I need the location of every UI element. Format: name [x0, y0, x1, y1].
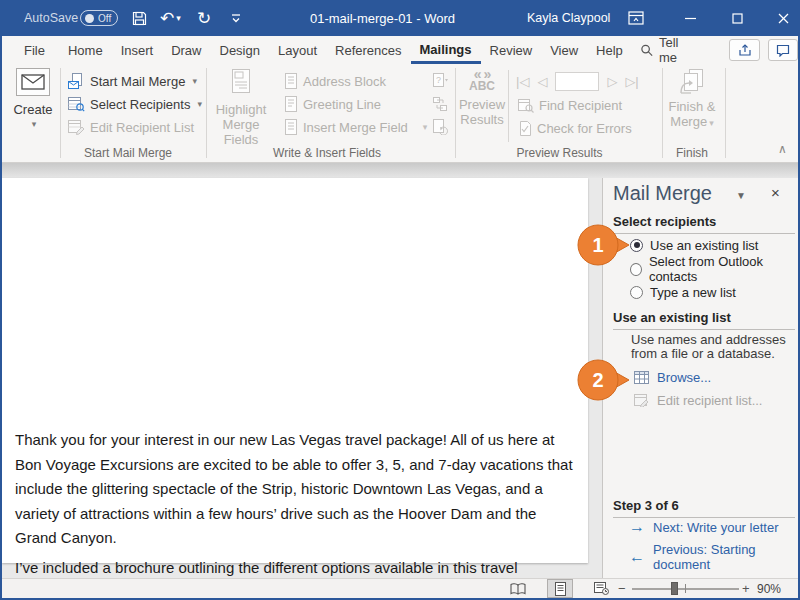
start-mail-merge-button[interactable]: Start Mail Merge▾	[68, 70, 197, 92]
ribbon-mailings: Create ▾ Start Mail Merge▾ Select Recipi…	[2, 64, 798, 163]
update-labels-icon	[432, 119, 448, 135]
zoom-in-button[interactable]: +	[742, 581, 750, 596]
next-step-link[interactable]: → Next: Write your letter	[629, 518, 778, 536]
find-recipient-button: Find Recipient	[518, 94, 622, 116]
comments-button[interactable]	[768, 39, 798, 61]
previous-record-icon: ◁	[537, 74, 547, 89]
rules-button: ?	[432, 70, 448, 92]
callout-badge-2: 2	[577, 357, 631, 403]
edit-recipient-list-link: Edit recipient list...	[634, 393, 763, 408]
zoom-slider-thumb[interactable]	[671, 582, 678, 595]
tab-home[interactable]: Home	[59, 37, 112, 64]
create-envelopes-button[interactable]: Create ▾	[11, 68, 55, 132]
group-label-write-insert-fields: Write & Insert Fields	[252, 146, 402, 160]
read-mode-button[interactable]	[505, 579, 531, 598]
find-recipient-icon	[518, 98, 534, 113]
tab-layout[interactable]: Layout	[269, 37, 326, 64]
save-icon[interactable]	[131, 0, 148, 36]
tab-references[interactable]: References	[326, 37, 410, 64]
ribbon-display-options-icon[interactable]	[628, 0, 644, 36]
next-arrow-icon: →	[629, 518, 645, 536]
pane-title: Mail Merge	[613, 182, 712, 205]
document-paragraph: Thank you for your interest in our new L…	[15, 428, 582, 551]
select-recipients-button[interactable]: Select Recipients▾	[68, 93, 202, 115]
preview-results-button: « » ABC Preview Results	[460, 69, 504, 127]
radio-button-selected[interactable]	[630, 239, 643, 252]
document-top-margin-strip	[2, 163, 798, 178]
finish-merge-icon	[679, 69, 705, 97]
match-fields-button	[432, 93, 448, 115]
tab-help[interactable]: Help	[587, 37, 632, 64]
radio-button[interactable]	[630, 286, 643, 299]
tab-design[interactable]: Design	[211, 37, 269, 64]
tell-me-search[interactable]: Tell me	[632, 36, 706, 64]
maximize-button[interactable]	[720, 0, 754, 36]
highlight-merge-fields-icon	[229, 69, 253, 99]
share-button[interactable]	[729, 39, 759, 61]
tab-review[interactable]: Review	[481, 37, 542, 64]
print-layout-button[interactable]	[547, 579, 573, 598]
pane-options-caret-icon[interactable]: ▼	[736, 190, 746, 201]
redo-icon: ↻	[197, 8, 211, 29]
share-icon	[738, 44, 752, 57]
envelope-icon	[16, 68, 50, 96]
previous-arrow-icon: ←	[629, 548, 645, 566]
minimize-button[interactable]	[673, 0, 707, 36]
tab-draw[interactable]: Draw	[162, 37, 210, 64]
undo-caret-icon[interactable]: ▾	[176, 13, 181, 23]
greeting-line-button: Greeting Line	[284, 93, 381, 115]
document-area: Thank you for your interest in our new L…	[2, 178, 602, 578]
radio-use-existing-list[interactable]: Use an existing list	[630, 237, 758, 253]
match-fields-icon	[432, 96, 448, 112]
check-for-errors-icon	[518, 121, 532, 136]
step-header: Step 3 of 6	[613, 498, 795, 518]
tab-mailings[interactable]: Mailings	[411, 37, 481, 64]
insert-merge-field-button: Insert Merge Field ▾	[284, 116, 427, 138]
pane-close-icon[interactable]: ×	[771, 184, 780, 201]
tab-insert[interactable]: Insert	[112, 37, 163, 64]
svg-text:2: 2	[592, 369, 603, 391]
document-page[interactable]: Thank you for your interest in our new L…	[2, 178, 588, 563]
read-mode-icon	[510, 583, 526, 595]
previous-step-link[interactable]: ← Previous: Starting document	[629, 542, 798, 572]
edit-recipient-list-button: Edit Recipient List	[68, 116, 194, 138]
first-record-icon: |◁	[516, 74, 529, 89]
browse-link[interactable]: Browse...	[634, 370, 711, 385]
status-bar: − + 90%	[2, 578, 798, 598]
comment-icon	[776, 44, 790, 57]
undo-icon: ↶	[160, 8, 174, 29]
web-layout-icon	[594, 582, 609, 595]
use-existing-list-header: Use an existing list	[613, 310, 795, 330]
next-record-icon: ▷	[607, 74, 617, 89]
radio-button[interactable]	[630, 263, 642, 276]
tab-file[interactable]: File	[10, 37, 59, 64]
zoom-level[interactable]: 90%	[757, 582, 781, 596]
toggle-knob	[85, 14, 94, 23]
title-bar: AutoSave Off ↶▾ ↻ 01-mail-merge-01 - Wor…	[0, 0, 800, 36]
close-window-button[interactable]	[766, 0, 800, 36]
quick-access-toolbar-menu[interactable]	[230, 0, 242, 36]
ribbon-tab-bar: File Home Insert Draw Design Layout Refe…	[2, 36, 798, 64]
address-block-button: Address Block	[284, 70, 386, 92]
autosave-toggle[interactable]: Off	[80, 0, 118, 36]
mail-merge-task-pane: Mail Merge ▼ × Select recipients Use an …	[602, 178, 798, 578]
radio-select-from-outlook[interactable]: Select from Outlook contacts	[630, 261, 798, 277]
select-recipients-icon	[68, 96, 85, 112]
browse-table-icon	[634, 371, 649, 384]
callout-badge-1: 1	[577, 222, 631, 268]
web-layout-button[interactable]	[588, 579, 614, 598]
tab-view[interactable]: View	[541, 37, 587, 64]
finish-and-merge-button: Finish & Merge▾	[666, 69, 718, 131]
undo-button[interactable]: ↶▾	[160, 0, 181, 36]
check-for-errors-button: Check for Errors	[518, 117, 632, 139]
collapse-ribbon-icon[interactable]: ∧	[778, 142, 787, 156]
account-user-name[interactable]: Kayla Claypool	[527, 0, 610, 36]
create-caret-icon: ▾	[32, 117, 37, 132]
edit-recipient-list-icon	[634, 394, 649, 407]
radio-type-new-list[interactable]: Type a new list	[630, 284, 736, 300]
update-labels-button	[432, 116, 448, 138]
redo-button[interactable]: ↻	[197, 0, 211, 36]
edit-recipient-list-icon	[68, 119, 85, 135]
select-recipients-header: Select recipients	[613, 214, 795, 234]
zoom-out-button[interactable]: −	[618, 581, 626, 596]
